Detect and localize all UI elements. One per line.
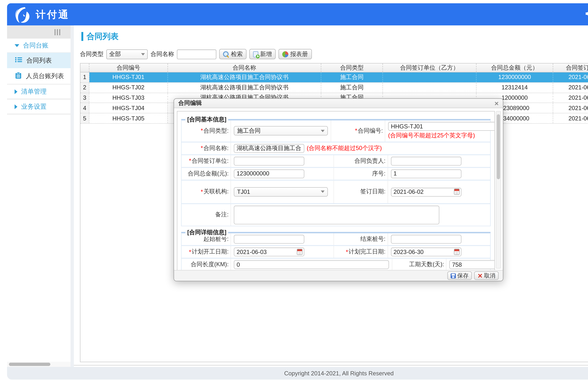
form-row: *合同类型:施工合同*合同编号:(合同编号不能超过25个英文字母) (182, 120, 490, 142)
table-cell: HHGS-TJ03 (89, 93, 168, 103)
text-input[interactable] (449, 260, 495, 269)
table-cell: 1 (81, 72, 89, 82)
contract-name-input[interactable] (177, 49, 216, 59)
select-value: TJ01 (237, 189, 250, 195)
column-header[interactable]: 合同签订单位（乙方） (383, 64, 477, 72)
table-row[interactable]: 1HHGS-TJ01湖杭高速公路项目施工合同协议书施工合同12300000002… (81, 72, 588, 83)
calendar-icon[interactable] (454, 249, 459, 255)
title-accent-bar (81, 32, 83, 41)
contract-type-value: 全部 (109, 50, 121, 58)
sidebar-item-人员台账列表[interactable]: 人员台账列表 (7, 68, 71, 84)
required-asterisk: * (189, 249, 191, 255)
column-header[interactable]: 合同名称 (168, 64, 321, 72)
contract-edit-dialog: 合同编辑 [合同基本信息]*合同类型:施工合同*合同编号:(合同编号不能超过25… (174, 98, 503, 281)
calendar-icon[interactable] (297, 249, 302, 255)
group-separator (7, 99, 71, 100)
sidebar-group-label: 合同台账 (23, 41, 48, 50)
text-input[interactable] (234, 169, 304, 178)
date-input[interactable] (391, 188, 461, 196)
dialog-titlebar[interactable]: 合同编辑 (174, 99, 503, 108)
cancel-button-label: 取消 (484, 272, 495, 280)
calendar-icon[interactable] (454, 189, 459, 195)
sidebar-horizontal-scrollbar[interactable] (7, 362, 71, 367)
date-field (234, 247, 304, 256)
table-cell: 2021-06-02 (553, 93, 588, 103)
text-input[interactable] (391, 156, 461, 166)
date-input[interactable] (234, 248, 304, 256)
table-cell: 2 (81, 83, 89, 92)
text-input[interactable] (391, 169, 461, 178)
required-asterisk: * (201, 128, 203, 134)
field-label: *关联机构: (182, 181, 231, 203)
text-input[interactable] (234, 260, 389, 269)
fieldset: [合同基本信息]*合同类型:施工合同*合同编号:(合同编号不能超过25个英文字母… (181, 119, 491, 226)
group-separator (7, 84, 71, 85)
form-row: *合同名称:(合同名称不能超过50个汉字) (182, 142, 490, 155)
fieldset-legend: [合同基本信息] (185, 116, 228, 124)
field-cell (388, 155, 490, 167)
form-row: 合同总金额(元):序号: (182, 168, 490, 181)
sidebar-group-清单管理[interactable]: 清单管理 (7, 85, 71, 99)
contract-type-select[interactable]: 全部 (106, 49, 148, 59)
field-label: *计划开工日期: (182, 246, 231, 258)
column-header[interactable]: 合同总金额（元） (477, 64, 553, 72)
select-field[interactable]: 施工合同 (234, 126, 328, 136)
notice-button[interactable]: 通知 (585, 10, 588, 19)
close-icon[interactable] (495, 100, 499, 107)
text-input[interactable] (234, 144, 304, 153)
table-cell: 2021-06-02 (553, 72, 588, 82)
sidebar-group-合同台账[interactable]: 合同台账 (7, 39, 71, 53)
report-button[interactable]: 报表册 (278, 49, 312, 59)
sidebar-main-divider (71, 25, 74, 367)
field-cell (231, 246, 334, 258)
clipboard-icon (15, 72, 22, 80)
app-name: 计付通 (36, 8, 70, 21)
scrollbar-thumb[interactable] (497, 114, 500, 179)
field-label: 合同总金额(元): (182, 168, 231, 180)
select-field[interactable]: TJ01 (234, 187, 328, 196)
save-button[interactable]: 保存 (447, 271, 472, 280)
column-header[interactable]: 合同类型 (321, 64, 383, 72)
required-asterisk: * (346, 249, 348, 255)
search-button-label: 检索 (231, 50, 243, 58)
add-button[interactable]: 新增 (249, 49, 276, 59)
table-cell: 施工合同 (321, 72, 383, 82)
cancel-button[interactable]: 取消 (474, 271, 499, 280)
dialog-body: [合同基本信息]*合同类型:施工合同*合同编号:(合同编号不能超过25个英文字母… (174, 108, 503, 270)
form-row: 备注: (182, 204, 490, 226)
required-asterisk: * (355, 128, 357, 134)
text-input[interactable] (234, 234, 304, 244)
page-title-text: 合同列表 (86, 31, 119, 42)
validation-hint: (合同名称不能超过50个汉字) (307, 144, 382, 153)
report-button-label: 报表册 (290, 50, 308, 58)
fieldset-legend: [合同详细信息] (185, 229, 228, 236)
table-row[interactable]: 2HHGS-TJ02湖杭高速公路项目施工合同协议书施工合同12312414202… (81, 83, 588, 93)
contract-type-label: 合同类型 (80, 50, 104, 58)
sidebar-menu: 合同台账合同列表人员台账列表清单管理业务设置 (7, 39, 71, 115)
date-input[interactable] (391, 248, 461, 256)
table-cell: 1230000000 (477, 72, 553, 82)
text-input[interactable] (391, 234, 461, 244)
select-arrow-icon (321, 190, 325, 193)
field-label: *合同名称: (182, 142, 231, 154)
table-cell (383, 83, 477, 92)
panel-grip-icon[interactable] (55, 29, 60, 35)
scrollbar-thumb[interactable] (9, 363, 50, 366)
sidebar-group-业务设置[interactable]: 业务设置 (7, 100, 71, 114)
text-input[interactable] (234, 156, 304, 166)
select-value: 施工合同 (237, 127, 261, 135)
search-button[interactable]: 检索 (219, 49, 247, 59)
textarea-field[interactable] (234, 205, 439, 224)
column-header[interactable]: 合同编号 (89, 64, 168, 72)
dialog-vertical-scrollbar[interactable] (496, 111, 501, 269)
select-arrow-icon (141, 53, 145, 55)
form-row: *合同签订单位:合同负责人: (182, 155, 490, 168)
page-footer: Copyright 2014-2021, All Rights Reserved (7, 367, 588, 380)
field-label: *合同编号: (331, 120, 385, 142)
column-header[interactable]: 合同签订日期 (553, 64, 588, 72)
brand: 计付通 (14, 5, 70, 23)
sidebar-group-label: 业务设置 (21, 102, 46, 111)
text-input[interactable] (388, 122, 495, 131)
sidebar-item-合同列表[interactable]: 合同列表 (7, 53, 71, 68)
required-asterisk: * (201, 145, 203, 151)
